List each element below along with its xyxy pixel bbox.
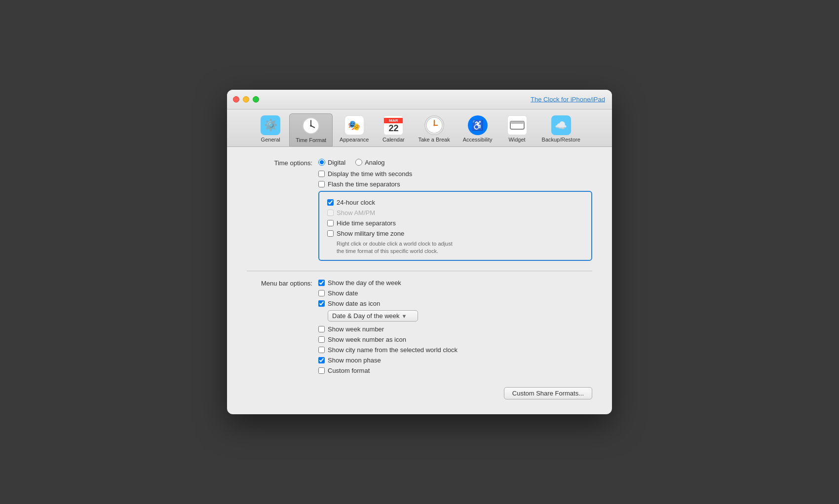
highlighted-options-box: 24-hour clock Show AM/PM Hide time separ… [318,191,592,261]
tab-appearance-label: Appearance [340,137,369,143]
chevron-down-icon: ▼ [402,313,407,319]
dropdown-wrapper: Date & Day of the week ▼ [328,310,592,322]
military-row: Show military time zone [327,230,583,237]
tab-accessibility[interactable]: ♿ Accessibility [457,113,498,146]
tab-timeformat-label: Time Format [296,137,326,143]
dateasicon-row: Show date as icon [318,300,592,307]
tab-takeabreak[interactable]: Take a Break [412,113,456,146]
menu-bar-content: Show the day of the week Show date Show … [318,279,592,377]
tab-accessibility-label: Accessibility [463,137,493,143]
menu-bar-section: Menu bar options: Show the day of the we… [247,279,592,377]
24hour-label: 24-hour clock [337,199,375,206]
close-button[interactable] [233,96,239,103]
dropdown-value: Date & Day of the week [332,312,400,320]
section-divider [247,271,592,271]
app-window: The Clock for iPhone/iPad ⚙️ General Tim… [227,90,612,415]
tab-widget[interactable]: Widget [499,113,535,146]
time-options-label: Time options: [247,159,318,167]
tab-general-label: General [261,137,280,143]
cityname-checkbox[interactable] [318,347,325,353]
tab-appearance[interactable]: 🎭 Appearance [334,113,375,146]
date-format-dropdown[interactable]: Date & Day of the week ▼ [328,310,418,322]
footer-row: Custom Share Formats... [247,387,592,399]
ampm-row: Show AM/PM [327,209,583,216]
digital-radio[interactable] [318,159,325,166]
widget-icon [507,115,527,135]
tab-backuprestore-label: Backup/Restore [542,137,580,143]
military-label: Show military time zone [337,230,404,237]
takeabreak-icon [424,115,444,135]
traffic-lights [233,96,259,103]
date-label: Show date [328,289,358,297]
dateasicon-checkbox[interactable] [318,300,325,307]
hint-text: Right click or double click a world cloc… [337,240,583,255]
svg-point-7 [433,124,435,126]
toolbar: ⚙️ General Time Format 🎭 Appearance MAR [227,109,612,147]
hidesep-checkbox[interactable] [327,220,334,226]
weeknum-row: Show week number [318,325,592,333]
weeknumasicon-label: Show week number as icon [328,336,406,343]
tab-calendar[interactable]: MAR 22 Calendar [376,113,411,146]
ampm-label: Show AM/PM [337,209,375,216]
iphone-ipad-link[interactable]: The Clock for iPhone/iPad [531,96,605,103]
cal-month: MAR [384,118,403,123]
seconds-row: Display the time with seconds [318,170,592,178]
ampm-checkbox[interactable] [327,210,334,216]
appearance-icon: 🎭 [344,115,364,135]
weeknum-checkbox[interactable] [318,326,325,332]
timeformat-icon [301,116,321,136]
moonphase-row: Show moon phase [318,357,592,364]
custom-share-formats-button[interactable]: Custom Share Formats... [504,387,592,399]
tab-takeabreak-label: Take a Break [418,137,450,143]
general-icon: ⚙️ [261,115,280,135]
flash-label: Flash the time separators [328,180,400,188]
menu-bar-label: Menu bar options: [247,279,318,287]
customformat-row: Custom format [318,367,592,374]
backup-icon: ☁️ [551,115,571,135]
minimize-button[interactable] [243,96,249,103]
tab-general[interactable]: ⚙️ General [253,113,288,146]
dow-checkbox[interactable] [318,280,325,286]
hidesep-label: Hide time separators [337,219,396,227]
customformat-label: Custom format [328,367,370,374]
tab-widget-label: Widget [508,137,525,143]
flash-row: Flash the time separators [318,180,592,188]
tab-timeformat[interactable]: Time Format [289,113,333,146]
tab-backuprestore[interactable]: ☁️ Backup/Restore [536,113,586,146]
svg-point-3 [310,125,312,127]
dow-label: Show the day of the week [328,279,401,287]
weeknumasicon-row: Show week number as icon [318,336,592,343]
analog-option[interactable]: Analog [355,159,384,166]
hidesep-row: Hide time separators [327,219,583,227]
24hour-row: 24-hour clock [327,199,583,206]
dateasicon-label: Show date as icon [328,300,380,307]
digital-option[interactable]: Digital [318,159,345,166]
accessibility-icon: ♿ [468,115,488,135]
time-options-content: Digital Analog Display the time with sec… [318,159,592,261]
24hour-checkbox[interactable] [327,199,334,206]
dow-row: Show the day of the week [318,279,592,287]
analog-radio[interactable] [355,159,362,166]
moonphase-checkbox[interactable] [318,357,325,363]
analog-label: Analog [365,159,384,166]
weeknum-label: Show week number [328,325,384,333]
date-checkbox[interactable] [318,290,325,296]
digital-label: Digital [328,159,345,166]
moonphase-label: Show moon phase [328,357,381,364]
weeknumasicon-checkbox[interactable] [318,336,325,343]
main-content: Time options: Digital Analog Disp [227,147,612,415]
date-row: Show date [318,289,592,297]
tab-calendar-label: Calendar [382,137,405,143]
customformat-checkbox[interactable] [318,367,325,374]
flash-checkbox[interactable] [318,181,325,187]
time-options-section: Time options: Digital Analog Disp [247,159,592,261]
military-checkbox[interactable] [327,230,334,237]
seconds-checkbox[interactable] [318,171,325,177]
maximize-button[interactable] [253,96,259,103]
digital-analog-row: Digital Analog [318,159,592,166]
calendar-icon: MAR 22 [383,115,403,135]
cityname-row: Show city name from the selected world c… [318,346,592,354]
cityname-label: Show city name from the selected world c… [328,346,458,354]
svg-rect-9 [510,121,524,124]
cal-day: 22 [388,124,398,133]
